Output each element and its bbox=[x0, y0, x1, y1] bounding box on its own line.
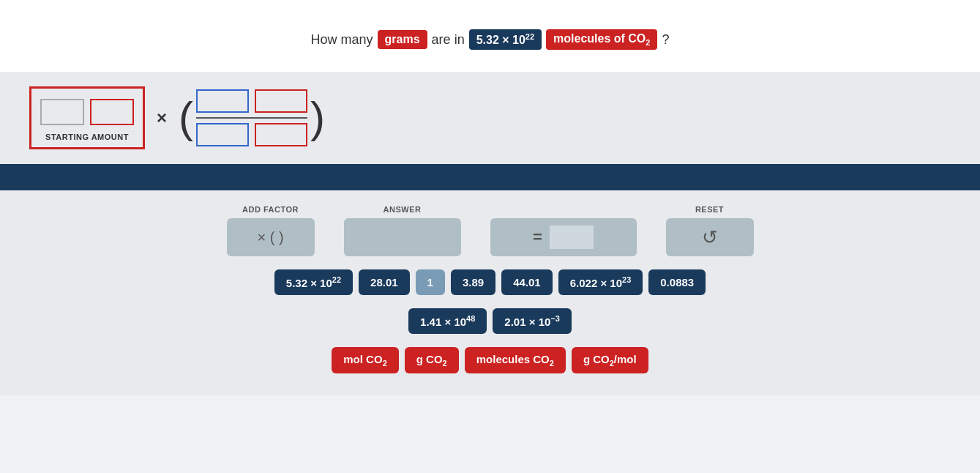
question-text: How many grams are in 5.32 × 1022 molecu… bbox=[311, 29, 670, 50]
starting-value-input[interactable] bbox=[40, 99, 84, 125]
starting-inputs bbox=[40, 99, 134, 125]
value-badge: 5.32 × 1022 bbox=[469, 29, 542, 50]
reset-icon: ↺ bbox=[702, 226, 718, 249]
tile-g-co2[interactable]: g CO2 bbox=[405, 347, 459, 373]
tile-molecules-co2[interactable]: molecules CO2 bbox=[465, 347, 566, 373]
add-factor-button[interactable]: × ( ) bbox=[227, 218, 315, 256]
tile-0.0883[interactable]: 0.0883 bbox=[648, 269, 706, 295]
reset-label: RESET bbox=[695, 205, 724, 214]
equals-label bbox=[562, 205, 565, 214]
bottom-section: ADD FACTOR × ( ) ANSWER = RESET ↺ bbox=[0, 190, 980, 395]
question-prefix: How many bbox=[311, 32, 373, 48]
reset-button[interactable]: ↺ bbox=[666, 218, 754, 256]
number-tiles-row1: 5.32 × 1022 28.01 1 3.89 44.01 6.022 × 1… bbox=[274, 269, 706, 295]
starting-amount-box: STARTING AMOUNT bbox=[29, 86, 145, 149]
numerator-unit-input[interactable] bbox=[255, 89, 307, 113]
equals-group: = bbox=[490, 205, 637, 256]
answer-label: ANSWER bbox=[384, 205, 422, 214]
controls-row: ADD FACTOR × ( ) ANSWER = RESET ↺ bbox=[29, 205, 951, 256]
answer-display-box bbox=[550, 226, 594, 249]
fraction-factor: ( ) bbox=[179, 89, 325, 146]
tile-3.89[interactable]: 3.89 bbox=[451, 269, 495, 295]
equation-section: STARTING AMOUNT × ( ) bbox=[0, 72, 980, 164]
tile-mol-co2[interactable]: mol CO2 bbox=[332, 347, 398, 373]
tile-6.022e23[interactable]: 6.022 × 1023 bbox=[558, 269, 643, 295]
question-section: How many grams are in 5.32 × 1022 molecu… bbox=[0, 0, 980, 72]
tile-1.41e48[interactable]: 1.41 × 1048 bbox=[408, 308, 487, 334]
co2-sub: 2 bbox=[646, 38, 650, 47]
question-middle: are in bbox=[432, 32, 465, 48]
divider-bar bbox=[0, 164, 980, 190]
equals-sign: = bbox=[533, 228, 542, 247]
answer-input[interactable] bbox=[344, 218, 461, 256]
equals-button[interactable]: = bbox=[490, 218, 637, 256]
denominator-unit-input[interactable] bbox=[255, 123, 307, 146]
denominator-row bbox=[196, 123, 307, 146]
grams-badge: grams bbox=[378, 30, 427, 49]
numerator-value-input[interactable] bbox=[196, 89, 249, 113]
add-factor-group: ADD FACTOR × ( ) bbox=[227, 205, 315, 256]
add-factor-label: ADD FACTOR bbox=[242, 205, 299, 214]
starting-unit-input[interactable] bbox=[90, 99, 134, 125]
exponent-22: 22 bbox=[525, 32, 534, 41]
reset-group: RESET ↺ bbox=[666, 205, 754, 256]
tile-2.01e-3[interactable]: 2.01 × 10−3 bbox=[493, 308, 572, 334]
add-factor-btn-text: × ( ) bbox=[257, 229, 283, 246]
starting-amount-label: STARTING AMOUNT bbox=[45, 133, 129, 141]
question-suffix: ? bbox=[662, 32, 669, 48]
number-tiles-row2: 1.41 × 1048 2.01 × 10−3 bbox=[408, 308, 572, 334]
answer-group: ANSWER bbox=[344, 205, 461, 256]
numerator-row bbox=[196, 89, 307, 113]
fraction-inner bbox=[196, 89, 307, 146]
tile-5.32e22[interactable]: 5.32 × 1022 bbox=[274, 269, 353, 295]
right-paren: ) bbox=[310, 96, 325, 140]
fraction-line bbox=[196, 117, 307, 119]
tile-44.01[interactable]: 44.01 bbox=[501, 269, 553, 295]
tile-28.01[interactable]: 28.01 bbox=[359, 269, 410, 295]
tile-1[interactable]: 1 bbox=[416, 269, 445, 295]
unit-tiles-row: mol CO2 g CO2 molecules CO2 g CO2/mol bbox=[332, 347, 648, 373]
left-paren: ( bbox=[179, 96, 193, 140]
tile-g-co2-per-mol[interactable]: g CO2/mol bbox=[572, 347, 648, 373]
denominator-value-input[interactable] bbox=[196, 123, 249, 146]
multiply-sign: × bbox=[157, 108, 167, 128]
molecules-badge: molecules of CO2 bbox=[546, 29, 657, 50]
